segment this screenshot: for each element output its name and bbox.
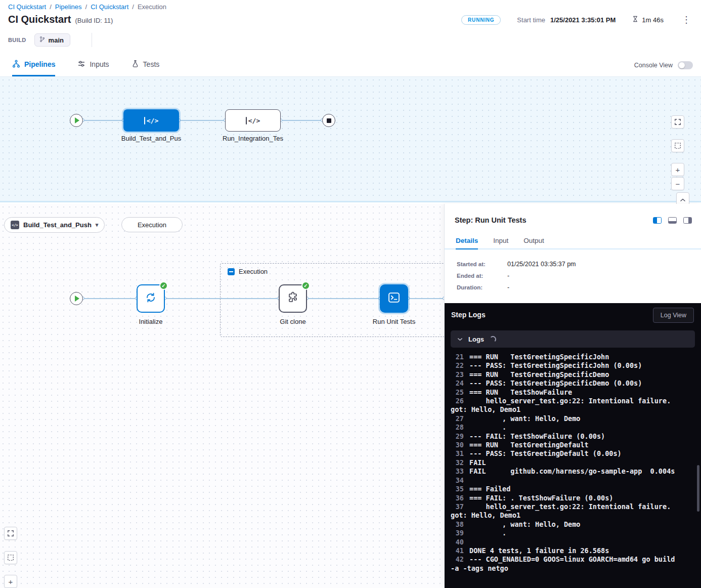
console-view-toggle[interactable] xyxy=(678,61,693,69)
stage-start-node[interactable] xyxy=(70,292,83,305)
log-scrollbar-thumb[interactable] xyxy=(697,465,699,512)
flask-icon xyxy=(132,60,139,69)
marquee-select-button[interactable] xyxy=(4,551,17,564)
right-view-icon[interactable] xyxy=(683,217,692,224)
success-check-badge: ✓ xyxy=(159,281,168,290)
log-line: 40 xyxy=(451,538,678,547)
tab-output[interactable]: Output xyxy=(523,232,544,249)
log-line: 31--- PASS: TestGreetingDefault (0.00s) xyxy=(451,449,678,458)
log-line: 21=== RUN TestGreetingSpecificJohn xyxy=(451,353,678,361)
log-line-number: 29 xyxy=(451,432,464,441)
log-line-number: 25 xyxy=(451,388,464,397)
step-details-panel: Step: Run Unit Tests Details Input Outpu… xyxy=(444,204,701,588)
log-line: 25=== RUN TestShowFailure xyxy=(451,388,678,397)
step-panel-title: Step: Run Unit Tests xyxy=(455,216,527,224)
marquee-select-button[interactable] xyxy=(671,139,684,152)
logs-section-header[interactable]: Logs xyxy=(451,330,695,348)
terminal-icon xyxy=(387,291,401,306)
stage-node-build-test-and-push[interactable]: </> xyxy=(123,109,179,132)
field-row: Ended at: - xyxy=(457,272,576,279)
kebab-menu-icon[interactable]: ⋮ xyxy=(680,14,693,25)
code-icon: </> xyxy=(144,117,158,124)
tab-pipelines[interactable]: Pipelines xyxy=(12,54,55,76)
log-line: 34 xyxy=(451,476,678,485)
stage-execution-canvas[interactable]: </> Build_Test_and_Push ▾ Execution Exec… xyxy=(0,204,444,588)
sync-icon xyxy=(145,291,157,306)
breadcrumb-link-pipeline[interactable]: CI Quickstart xyxy=(91,3,128,11)
pipeline-canvas[interactable]: </> Build_Test_and_Pus </> Run_Integrati… xyxy=(0,77,701,202)
pipeline-start-node[interactable] xyxy=(70,114,83,127)
step-node-label: Run Unit Tests xyxy=(359,318,429,325)
tab-tests[interactable]: Tests xyxy=(132,54,160,76)
log-line-text: . xyxy=(469,529,506,537)
fit-to-screen-button[interactable] xyxy=(4,527,17,540)
log-line-number: 38 xyxy=(451,520,464,529)
duration-value: 1m 46s xyxy=(642,16,664,24)
step-logs-panel: Step Logs Log View Logs 21=== RUN TestGr… xyxy=(445,303,701,588)
step-node-git-clone[interactable]: ✓ xyxy=(279,284,307,313)
zoom-in-button[interactable]: + xyxy=(671,163,684,176)
success-check-badge: ✓ xyxy=(301,281,310,290)
execution-group-label: Execution xyxy=(239,268,268,275)
log-line-text: === Failed xyxy=(469,485,510,493)
log-line-text: DONE 4 tests, 1 failure in 26.568s xyxy=(469,547,609,555)
zoom-in-button[interactable]: + xyxy=(4,575,17,588)
code-icon: </> xyxy=(246,117,260,124)
log-line: 24--- PASS: TestGreetingSpecificDemo (0.… xyxy=(451,379,678,388)
field-row: Duration: - xyxy=(457,284,576,291)
field-value: - xyxy=(507,284,509,291)
stage-node-run-integration-test[interactable]: </> xyxy=(225,109,281,132)
log-line-number: 36 xyxy=(451,494,464,502)
breadcrumb-link-ci-quickstart[interactable]: CI Quickstart xyxy=(8,3,46,11)
log-line-number: 26 xyxy=(451,397,464,405)
log-line-number: 31 xyxy=(451,449,464,458)
loading-spinner-icon xyxy=(490,336,496,343)
hourglass-icon xyxy=(632,15,639,24)
log-line-number: 34 xyxy=(451,476,464,485)
breadcrumb-link-pipelines[interactable]: Pipelines xyxy=(55,3,82,11)
log-line-text: hello_server_test.go:22: Intentional fai… xyxy=(451,397,675,413)
log-line: 38 , want: Hello, Demo xyxy=(451,520,678,529)
log-line: 30=== RUN TestGreetingDefault xyxy=(451,441,678,449)
status-badge: RUNNING xyxy=(461,15,501,25)
stage-selector-dropdown[interactable]: </> Build_Test_and_Push ▾ xyxy=(4,217,105,233)
log-line-text: === RUN TestGreetingSpecificDemo xyxy=(469,370,609,379)
log-line: 35=== Failed xyxy=(451,485,678,493)
title-row: CI Quickstart (Build ID: 11) xyxy=(8,14,113,25)
step-node-run-unit-tests[interactable] xyxy=(380,284,408,313)
field-label: Duration: xyxy=(457,284,496,291)
git-branch-icon xyxy=(39,36,46,44)
branch-chip[interactable]: main xyxy=(34,33,70,47)
stage-selector-label: Build_Test_and_Push xyxy=(23,221,92,229)
step-logs-title: Step Logs xyxy=(451,311,486,319)
step-panel-tabs: Details Input Output xyxy=(445,232,701,249)
field-row: Started at: 01/25/2021 03:35:37 pm xyxy=(457,261,576,268)
start-time-label: Start time xyxy=(517,16,545,24)
split-view-icon[interactable] xyxy=(653,217,662,224)
panel-layout-controls xyxy=(653,217,692,224)
log-line: 41DONE 4 tests, 1 failure in 26.568s xyxy=(451,547,678,555)
log-line-text: --- PASS: TestGreetingSpecificDemo (0.00… xyxy=(469,379,642,387)
step-node-initialize[interactable]: ✓ xyxy=(137,284,165,313)
bottom-view-icon[interactable] xyxy=(668,217,677,224)
log-view-button[interactable]: Log View xyxy=(653,308,694,323)
stage-node-label: Run_Integration_Tes xyxy=(217,135,288,142)
log-content[interactable]: 21=== RUN TestGreetingSpecificJohn 22---… xyxy=(451,353,698,587)
log-line-text: --- CGO_ENABLED=0 GOOS=linux GOARCH=amd6… xyxy=(451,555,679,572)
log-line-number: 28 xyxy=(451,423,464,432)
execution-view-button[interactable]: Execution xyxy=(121,217,183,232)
breadcrumb-separator: / xyxy=(82,3,91,11)
console-view-cluster: Console View xyxy=(634,54,693,77)
tab-details[interactable]: Details xyxy=(456,232,478,249)
breadcrumb-separator: / xyxy=(46,3,55,11)
pipeline-end-node[interactable] xyxy=(322,114,335,127)
log-line: 37 hello_server_test.go:22: Intentional … xyxy=(451,502,678,520)
zoom-out-button[interactable]: − xyxy=(671,177,684,190)
collapse-group-icon[interactable] xyxy=(228,268,235,275)
log-line-text: , want: Hello, Demo xyxy=(469,520,580,528)
log-line: 33FAIL github.com/harness/go-sample-app … xyxy=(451,467,678,476)
build-label: BUILD xyxy=(8,37,26,43)
tab-inputs[interactable]: Inputs xyxy=(77,54,109,76)
tab-input[interactable]: Input xyxy=(493,232,508,249)
fit-to-screen-button[interactable] xyxy=(671,115,684,129)
